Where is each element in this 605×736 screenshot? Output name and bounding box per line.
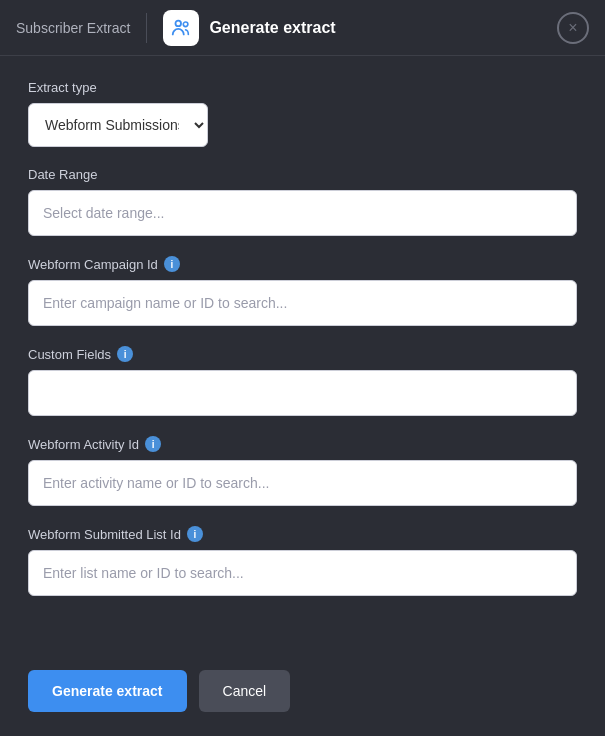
generate-extract-button[interactable]: Generate extract	[28, 670, 187, 712]
webform-activity-id-input[interactable]	[28, 460, 577, 506]
modal-footer: Generate extract Cancel	[0, 654, 605, 736]
extract-type-label: Extract type	[28, 80, 577, 95]
header-main-title: Generate extract	[209, 19, 335, 37]
webform-campaign-id-group: Webform Campaign Id i	[28, 256, 577, 326]
header-subtitle: Subscriber Extract	[16, 20, 130, 36]
svg-point-0	[176, 20, 182, 26]
custom-fields-group: Custom Fields i	[28, 346, 577, 416]
custom-fields-input[interactable]	[28, 370, 577, 416]
custom-fields-label: Custom Fields i	[28, 346, 577, 362]
webform-campaign-id-info-icon[interactable]: i	[164, 256, 180, 272]
webform-submitted-list-id-input[interactable]	[28, 550, 577, 596]
form-content: Extract type Webform Submissions Report …	[0, 56, 605, 654]
webform-campaign-id-label: Webform Campaign Id i	[28, 256, 577, 272]
webform-activity-id-info-icon[interactable]: i	[145, 436, 161, 452]
svg-point-1	[184, 22, 189, 27]
custom-fields-info-icon[interactable]: i	[117, 346, 133, 362]
modal-header: Subscriber Extract Generate extract ×	[0, 0, 605, 56]
webform-activity-id-label: Webform Activity Id i	[28, 436, 577, 452]
extract-type-select[interactable]: Webform Submissions Report Subscriber Re…	[28, 103, 208, 147]
close-button[interactable]: ×	[557, 12, 589, 44]
header-divider	[146, 13, 147, 43]
cancel-button[interactable]: Cancel	[199, 670, 291, 712]
extract-type-group: Extract type Webform Submissions Report …	[28, 80, 577, 147]
date-range-label: Date Range	[28, 167, 577, 182]
webform-activity-id-group: Webform Activity Id i	[28, 436, 577, 506]
date-range-input[interactable]	[28, 190, 577, 236]
modal-container: Subscriber Extract Generate extract × Ex…	[0, 0, 605, 736]
webform-submitted-list-id-label: Webform Submitted List Id i	[28, 526, 577, 542]
date-range-group: Date Range	[28, 167, 577, 236]
webform-submitted-list-id-info-icon[interactable]: i	[187, 526, 203, 542]
users-icon	[163, 10, 199, 46]
webform-submitted-list-id-group: Webform Submitted List Id i	[28, 526, 577, 596]
webform-campaign-id-input[interactable]	[28, 280, 577, 326]
